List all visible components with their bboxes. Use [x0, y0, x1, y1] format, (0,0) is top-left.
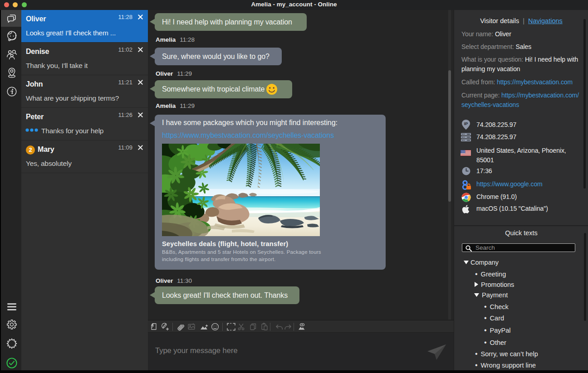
svg-text:IP: IP: [464, 121, 468, 126]
